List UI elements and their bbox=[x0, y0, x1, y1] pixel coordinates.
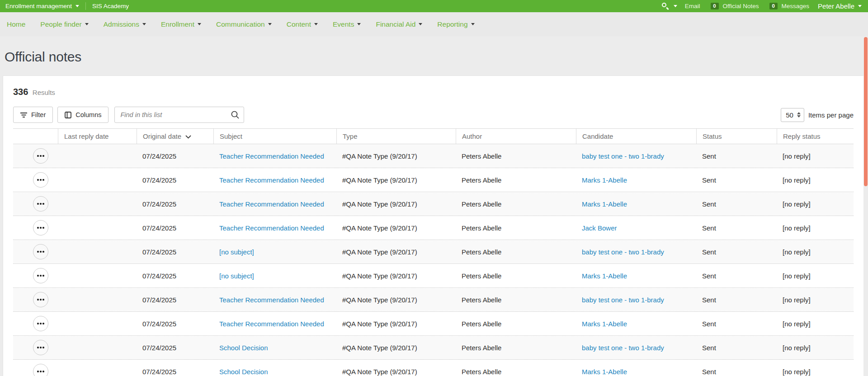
table-row: 07/24/2025 School Decision #QA Note Type… bbox=[13, 360, 854, 376]
filter-button[interactable]: Filter bbox=[13, 107, 53, 123]
results-count: 336 bbox=[13, 87, 28, 97]
column-header-reply-status[interactable]: Reply status bbox=[777, 129, 854, 144]
nav-item-content[interactable]: Content bbox=[287, 20, 318, 28]
email-link[interactable]: Email bbox=[685, 3, 700, 9]
school-name: SIS Academy bbox=[92, 3, 129, 9]
context-switcher[interactable]: Enrollment management bbox=[5, 3, 79, 9]
subject-link[interactable]: Teacher Recommendation Needed bbox=[219, 200, 324, 208]
find-in-list-input[interactable] bbox=[114, 107, 244, 123]
column-header-status[interactable]: Status bbox=[696, 129, 777, 144]
candidate-link[interactable]: Marks 1-Abelle bbox=[582, 368, 627, 376]
results-label: Results bbox=[33, 89, 55, 96]
nav-item-home[interactable]: Home bbox=[7, 20, 25, 28]
chevron-down-icon bbox=[268, 23, 272, 25]
cell-original-date: 07/24/2025 bbox=[137, 272, 213, 280]
cell-original-date: 07/24/2025 bbox=[137, 224, 213, 232]
messages-link[interactable]: Messages bbox=[782, 3, 810, 9]
cell-original-date: 07/24/2025 bbox=[137, 368, 213, 376]
chevron-down-icon bbox=[471, 23, 475, 25]
nav-item-enrollment[interactable]: Enrollment bbox=[161, 20, 201, 28]
row-actions-button[interactable] bbox=[33, 196, 48, 212]
chevron-down-icon bbox=[85, 23, 89, 25]
candidate-link[interactable]: baby test one - two 1-brady bbox=[582, 296, 664, 304]
cell-type: #QA Note Type (9/20/17) bbox=[336, 224, 456, 232]
candidate-link[interactable]: baby test one - two 1-brady bbox=[582, 344, 664, 352]
cell-reply-status: [no reply] bbox=[777, 368, 854, 376]
candidate-link[interactable]: Marks 1-Abelle bbox=[582, 200, 627, 208]
column-header-author[interactable]: Author bbox=[456, 129, 576, 144]
row-actions-button[interactable] bbox=[33, 364, 48, 376]
row-actions-button[interactable] bbox=[33, 172, 48, 188]
subject-link[interactable]: [no subject] bbox=[219, 272, 254, 280]
row-actions-button[interactable] bbox=[33, 244, 48, 259]
scrollbar-thumb[interactable] bbox=[864, 37, 868, 186]
subject-link[interactable]: School Decision bbox=[219, 344, 268, 352]
row-actions-button[interactable] bbox=[33, 148, 48, 164]
nav-item-reporting[interactable]: Reporting bbox=[437, 20, 474, 28]
cell-reply-status: [no reply] bbox=[777, 200, 854, 208]
list-toolbar: Filter Columns 50 Items per pag bbox=[13, 107, 854, 123]
cell-original-date: 07/24/2025 bbox=[137, 320, 213, 328]
candidate-link[interactable]: Jack Bower bbox=[582, 224, 617, 232]
columns-button[interactable]: Columns bbox=[57, 107, 108, 123]
columns-icon bbox=[65, 112, 71, 118]
scrollbar[interactable] bbox=[863, 36, 868, 376]
search-chevron-icon[interactable] bbox=[674, 5, 677, 7]
cell-status: Sent bbox=[696, 176, 777, 184]
cell-status: Sent bbox=[696, 224, 777, 232]
subject-link[interactable]: Teacher Recommendation Needed bbox=[219, 152, 324, 160]
row-actions-button[interactable] bbox=[33, 316, 48, 331]
search-icon[interactable] bbox=[231, 110, 240, 119]
official-notes-card: 336 Results Filter Columns bbox=[3, 75, 864, 376]
cell-original-date: 07/24/2025 bbox=[137, 296, 213, 304]
search-icon[interactable] bbox=[662, 3, 669, 9]
cell-reply-status: [no reply] bbox=[777, 272, 854, 280]
subject-link[interactable]: School Decision bbox=[219, 368, 268, 376]
nav-item-communication[interactable]: Communication bbox=[216, 20, 272, 28]
items-per-page-select[interactable]: 50 bbox=[781, 108, 804, 122]
candidate-link[interactable]: Marks 1-Abelle bbox=[582, 176, 627, 184]
cell-original-date: 07/24/2025 bbox=[137, 176, 213, 184]
nav-item-events[interactable]: Events bbox=[333, 20, 361, 28]
column-header-type[interactable]: Type bbox=[336, 129, 456, 144]
topbar-divider bbox=[85, 2, 86, 10]
subject-link[interactable]: Teacher Recommendation Needed bbox=[219, 224, 324, 232]
official-notes-table: Last reply dateOriginal dateSubjectTypeA… bbox=[13, 128, 854, 376]
sort-desc-icon bbox=[185, 135, 191, 139]
chevron-down-icon bbox=[858, 5, 862, 7]
cell-status: Sent bbox=[696, 152, 777, 160]
column-header-candidate[interactable]: Candidate bbox=[576, 129, 696, 144]
nav-item-financial-aid[interactable]: Financial Aid bbox=[376, 20, 422, 28]
subject-link[interactable]: Teacher Recommendation Needed bbox=[219, 320, 324, 328]
cell-original-date: 07/24/2025 bbox=[137, 248, 213, 256]
subject-link[interactable]: [no subject] bbox=[219, 248, 254, 256]
column-header-subject[interactable]: Subject bbox=[213, 129, 336, 144]
row-actions-button[interactable] bbox=[33, 220, 48, 235]
official-notes-link[interactable]: Official Notes bbox=[723, 3, 759, 9]
candidate-link[interactable]: Marks 1-Abelle bbox=[582, 320, 627, 328]
nav-item-people-finder[interactable]: People finder bbox=[40, 20, 88, 28]
candidate-link[interactable]: baby test one - two 1-brady bbox=[582, 248, 664, 256]
cell-author: Peters Abelle bbox=[456, 368, 576, 376]
table-row: 07/24/2025 Teacher Recommendation Needed… bbox=[13, 216, 854, 240]
subject-link[interactable]: Teacher Recommendation Needed bbox=[219, 296, 324, 304]
chevron-down-icon bbox=[75, 5, 79, 7]
user-menu[interactable]: Peter Abelle bbox=[818, 2, 862, 10]
nav-item-admissions[interactable]: Admissions bbox=[104, 20, 146, 28]
table-row: 07/24/2025 Teacher Recommendation Needed… bbox=[13, 192, 854, 216]
table-row: 07/24/2025 Teacher Recommendation Needed… bbox=[13, 312, 854, 336]
subject-link[interactable]: Teacher Recommendation Needed bbox=[219, 176, 324, 184]
items-per-page: 50 Items per page bbox=[781, 108, 854, 122]
cell-type: #QA Note Type (9/20/17) bbox=[336, 176, 456, 184]
chevron-down-icon bbox=[357, 23, 361, 25]
cell-reply-status: [no reply] bbox=[777, 152, 854, 160]
column-header-last-reply-date[interactable]: Last reply date bbox=[58, 129, 137, 144]
row-actions-button[interactable] bbox=[33, 268, 48, 283]
candidate-link[interactable]: baby test one - two 1-brady bbox=[582, 152, 664, 160]
row-actions-button[interactable] bbox=[33, 340, 48, 355]
row-actions-button[interactable] bbox=[33, 292, 48, 307]
candidate-link[interactable]: Marks 1-Abelle bbox=[582, 272, 627, 280]
column-header-original-date[interactable]: Original date bbox=[137, 129, 213, 144]
items-per-page-label: Items per page bbox=[808, 111, 854, 119]
table-row: 07/24/2025 [no subject] #QA Note Type (9… bbox=[13, 240, 854, 264]
